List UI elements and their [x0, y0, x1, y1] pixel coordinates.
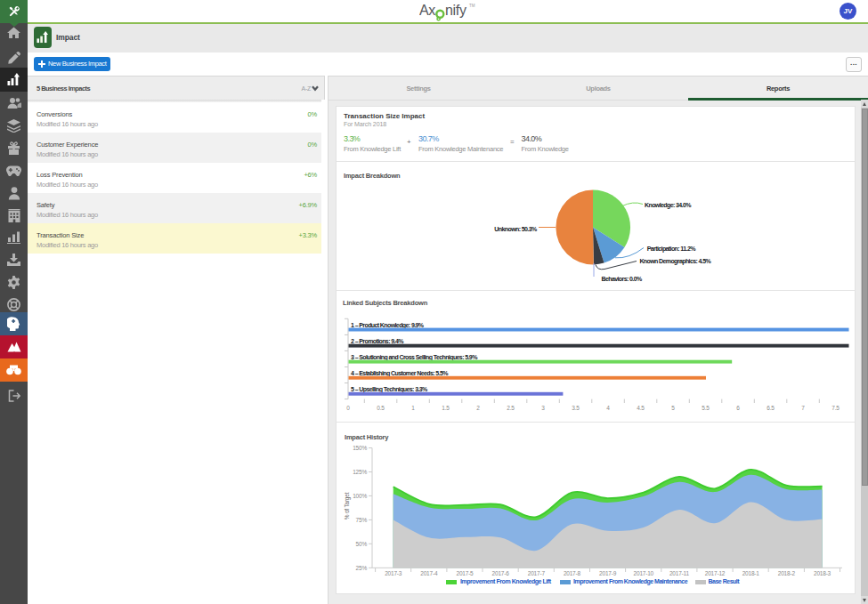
svg-text:2: 2 [476, 405, 480, 411]
svg-text:2017-12: 2017-12 [705, 570, 726, 576]
svg-text:75%: 75% [356, 517, 368, 523]
svg-text:5.5: 5.5 [702, 405, 710, 411]
svg-text:6.5: 6.5 [767, 405, 775, 411]
svg-text:nify: nify [445, 3, 466, 18]
svg-text:7.5: 7.5 [831, 405, 840, 411]
svg-text:100%: 100% [353, 493, 367, 499]
svg-text:% of Target: % of Target [344, 492, 351, 519]
svg-text:Ax: Ax [419, 3, 435, 18]
svg-text:4: 4 [606, 405, 610, 411]
svg-text:2017-8: 2017-8 [564, 570, 581, 576]
svg-text:Knowledge: 34.0%: Knowledge: 34.0% [645, 202, 692, 209]
svg-text:25%: 25% [356, 565, 368, 571]
svg-text:0: 0 [346, 405, 350, 411]
svg-text:Known Demographics: 4.5%: Known Demographics: 4.5% [639, 258, 711, 265]
svg-text:1: 1 [411, 405, 415, 411]
svg-text:0.5: 0.5 [377, 405, 385, 411]
svg-text:2017-6: 2017-6 [492, 570, 510, 576]
svg-text:2017-5: 2017-5 [456, 570, 474, 576]
svg-text:7: 7 [801, 405, 805, 411]
svg-text:2017-3: 2017-3 [385, 570, 402, 576]
svg-text:TM: TM [469, 4, 475, 8]
svg-text:125%: 125% [353, 469, 367, 475]
svg-text:Participation: 11.2%: Participation: 11.2% [647, 246, 697, 253]
svg-text:2017-9: 2017-9 [599, 570, 617, 576]
svg-text:150%: 150% [353, 445, 367, 451]
svg-text:1.5: 1.5 [442, 405, 450, 411]
svg-text:Unknown: 50.3%: Unknown: 50.3% [494, 226, 538, 232]
svg-text:2 – Promotions: 9.4%: 2 – Promotions: 9.4% [351, 338, 404, 344]
svg-text:4 – Establishing Customer Need: 4 – Establishing Customer Needs: 5.5% [351, 370, 449, 377]
svg-text:3: 3 [541, 405, 545, 411]
svg-text:2018-2: 2018-2 [778, 570, 796, 576]
svg-text:50%: 50% [356, 541, 368, 547]
svg-text:4.5: 4.5 [637, 405, 645, 411]
svg-text:2017-7: 2017-7 [528, 570, 546, 576]
svg-text:2018-3: 2018-3 [814, 570, 831, 576]
svg-text:2017-4: 2017-4 [420, 570, 438, 576]
svg-text:2.5: 2.5 [507, 405, 515, 411]
svg-text:3.5: 3.5 [572, 405, 580, 411]
svg-text:2017-10: 2017-10 [634, 570, 654, 576]
svg-text:6: 6 [736, 405, 740, 411]
svg-text:2018-1: 2018-1 [742, 570, 760, 576]
svg-text:2017-11: 2017-11 [669, 570, 690, 576]
svg-text:Behaviors: 0.0%: Behaviors: 0.0% [602, 276, 643, 282]
svg-text:5: 5 [671, 405, 675, 411]
